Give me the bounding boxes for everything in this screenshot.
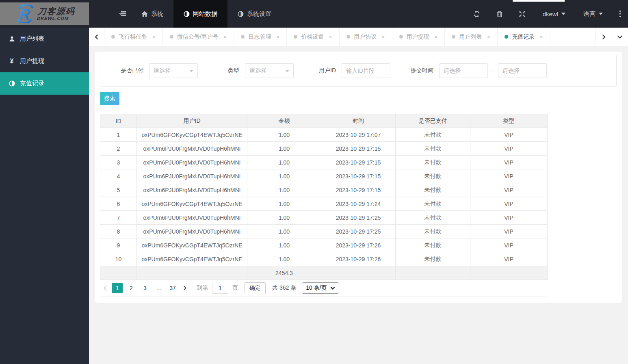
column-header: 时间 [321,114,396,128]
logo-subtitle: DKEWL.COM [37,16,74,21]
refresh-icon[interactable] [466,0,488,28]
nav-item-1[interactable]: 系统 [131,0,173,28]
table-cell: 2023-10-29 17:24 [321,197,396,211]
table-cell: 10 [100,252,137,266]
tab-close-icon[interactable]: × [381,33,385,40]
tab-close-icon[interactable]: × [152,33,156,40]
time-end-input[interactable] [498,63,547,78]
paid-filter-select[interactable]: 请选择 [149,63,198,78]
search-button[interactable]: 搜索 [100,92,119,105]
table-cell: 2023-10-29 17:25 [321,225,396,238]
half-circle-icon [184,11,190,17]
tab-close-icon[interactable]: × [329,33,332,40]
tabs-dropdown-icon[interactable] [611,28,628,46]
table-cell: oxPUm6PJU0FrgMxUVD0TupH6hMNI [137,225,247,238]
table-cell: VIP [470,142,548,156]
language-menu[interactable]: 语言 [574,0,612,28]
tabs-scroll-right-icon[interactable] [596,28,611,46]
sidebar-collapse-icon[interactable] [114,0,131,28]
tab-close-icon[interactable]: × [276,33,279,40]
confirm-button[interactable]: 确定 [245,282,266,294]
sidebar-item-2[interactable]: ¥用户提现 [0,50,89,72]
more-options-icon[interactable] [612,0,628,28]
tab-3[interactable]: 日志管理× [234,28,287,46]
table-cell: oxPUm6PJU0FrgMxUVD0TupH6hMNI [137,211,247,225]
table-row: 10oxPUm6GFOKyvCGpT4EWTJq5OzrNE1.002023-1… [100,252,548,266]
table-row: 2oxPUm6PJU0FrgMxUVD0TupH6hMNI1.002023-10… [100,142,548,156]
table-row: 4oxPUm6PJU0FrgMxUVD0TupH6hMNI1.002023-10… [100,169,548,183]
table-cell: 2023-10-29 17:07 [321,128,396,142]
page-next-icon[interactable] [180,283,190,293]
goto-page-input[interactable] [212,283,228,294]
home-icon [141,11,148,17]
table-row: 3oxPUm6PJU0FrgMxUVD0TupH6hMNI1.002023-10… [100,156,548,169]
user-id-input[interactable] [342,63,390,78]
fullscreen-icon[interactable] [511,0,534,28]
table-cell: 2023-10-29 17:26 [321,238,396,252]
tab-label: 充值记录 [512,33,535,41]
page-button[interactable]: 37 [167,283,178,293]
tab-8[interactable]: 充值记录× [498,28,550,46]
summary-cell [396,266,470,280]
trash-icon[interactable] [488,0,511,28]
page-ellipsis: ... [154,283,164,293]
tab-close-icon[interactable]: × [487,33,490,40]
sidebar-item-1[interactable]: 用户列表 [0,28,89,50]
tab-close-icon[interactable]: × [539,33,543,40]
tab-7[interactable]: 用户列表× [445,28,498,46]
table-row: 1oxPUm6GFOKyvCGpT4EWTJq5OzrNE1.002023-10… [100,128,548,142]
page-button[interactable]: 3 [140,283,150,293]
table-cell: oxPUm6GFOKyvCGpT4EWTJq5OzrNE [137,128,247,142]
table-cell: VIP [470,252,548,266]
sidebar: 用户列表¥用户提现充值记录 [0,28,89,364]
table-cell: oxPUm6PJU0FrgMxUVD0TupH6hMNI [137,156,247,169]
nav-item-3[interactable]: 系统设置 [227,0,282,28]
page-size-select[interactable]: 10 条/页 [302,282,339,294]
chevron-down-icon [189,70,193,72]
tabs-scroll-left-icon[interactable] [89,28,104,46]
column-header: 类型 [470,114,548,128]
table-cell: oxPUm6GFOKyvCGpT4EWTJq5OzrNE [137,252,247,266]
table-cell: 6 [100,197,137,211]
range-separator: - [492,67,494,74]
tab-status-dot [241,35,245,39]
open-tabs-bar: 飞行棋任务×微信公号/商户号×日志管理×价格设置×用户协议×用户提现×用户列表×… [89,28,628,46]
page-prev-icon[interactable] [100,283,110,293]
table-cell: 未付款 [396,238,470,252]
tab-4[interactable]: 价格设置× [287,28,340,46]
table-cell: oxPUm6PJU0FrgMxUVD0TupH6hMNI [137,169,247,183]
chevron-down-icon [561,13,565,15]
table-cell: 1.00 [247,142,321,156]
table-cell: 5 [100,183,137,197]
table-row: 6oxPUm6GFOKyvCGpT4EWTJq5OzrNE1.002023-10… [100,197,548,211]
table-cell: 未付款 [396,156,470,169]
table-header-row: ID用户ID金额时间是否已支付类型 [100,114,548,128]
tab-5[interactable]: 用户协议× [340,28,392,46]
nav-item-2[interactable]: 网站数据 [173,0,227,28]
sidebar-item-3[interactable]: 充值记录 [0,72,89,95]
page-button[interactable]: 2 [126,283,136,293]
tab-label: 飞行棋任务 [119,33,147,41]
page-button[interactable]: 1 [112,283,123,293]
type-filter-value: 请选择 [249,67,266,74]
table-cell: 3 [100,156,137,169]
table-cell: VIP [470,211,548,225]
tab-label: 价格设置 [301,33,324,41]
tab-1[interactable]: 飞行棋任务× [104,28,163,46]
summary-cell [137,266,247,280]
table-cell: VIP [470,128,548,142]
tab-close-icon[interactable]: × [434,33,438,40]
table-cell: 1.00 [247,211,321,225]
type-filter-select[interactable]: 请选择 [245,63,294,78]
nav-item-label: 系统设置 [247,10,271,18]
sidebar-item-label: 充值记录 [20,80,44,87]
page-size-value: 10 条/页 [306,284,327,292]
user-icon [9,36,15,42]
type-filter-label: 类型 [228,67,239,74]
user-menu[interactable]: dkewl [534,0,574,28]
tab-status-dot [399,35,403,39]
tab-close-icon[interactable]: × [223,33,227,40]
tab-2[interactable]: 微信公号/商户号× [163,28,234,46]
tab-6[interactable]: 用户提现× [392,28,445,46]
time-start-input[interactable] [439,63,488,78]
